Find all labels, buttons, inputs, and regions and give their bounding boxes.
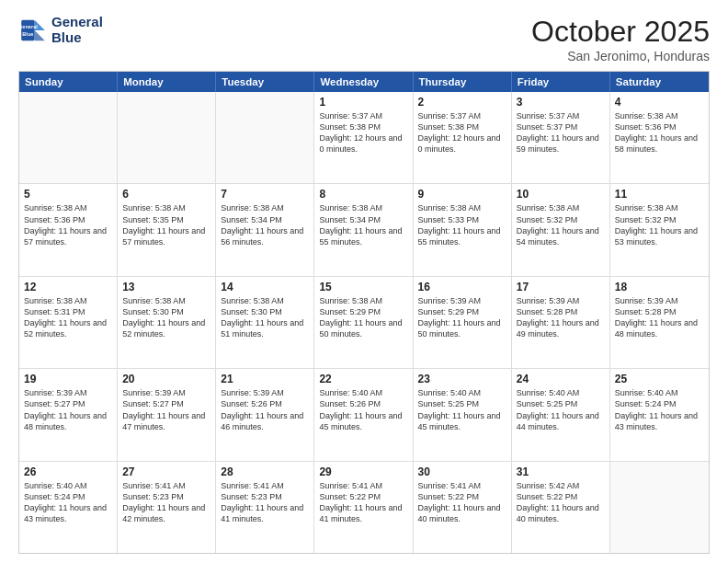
day-number: 22: [319, 373, 407, 385]
day-cell-23: 23Sunrise: 5:40 AM Sunset: 5:25 PM Dayli…: [414, 369, 512, 460]
day-number: 21: [221, 373, 309, 385]
day-number: 8: [319, 188, 407, 201]
cell-content: Sunrise: 5:37 AM Sunset: 5:38 PM Dayligh…: [418, 110, 506, 155]
day-cell-18: 18Sunrise: 5:39 AM Sunset: 5:28 PM Dayli…: [610, 277, 709, 368]
day-number: 13: [122, 281, 210, 293]
cell-content: Sunrise: 5:40 AM Sunset: 5:24 PM Dayligh…: [24, 480, 112, 525]
calendar-row-4: 26Sunrise: 5:40 AM Sunset: 5:24 PM Dayli…: [19, 461, 709, 553]
cell-content: Sunrise: 5:41 AM Sunset: 5:23 PM Dayligh…: [122, 480, 210, 525]
logo-icon: General Blue: [18, 16, 48, 45]
calendar-row-1: 5Sunrise: 5:38 AM Sunset: 5:36 PM Daylig…: [19, 183, 709, 275]
day-cell-7: 7Sunrise: 5:38 AM Sunset: 5:34 PM Daylig…: [216, 184, 314, 275]
empty-cell-0-1: [118, 92, 216, 183]
header-day-saturday: Saturday: [610, 72, 709, 92]
svg-marker-1: [35, 30, 45, 40]
header: General Blue General Blue October 2025 S…: [18, 15, 710, 63]
header-day-tuesday: Tuesday: [216, 72, 314, 92]
cell-content: Sunrise: 5:38 AM Sunset: 5:34 PM Dayligh…: [319, 202, 407, 247]
svg-rect-2: [21, 19, 34, 40]
calendar-header: SundayMondayTuesdayWednesdayThursdayFrid…: [19, 72, 709, 92]
cell-content: Sunrise: 5:41 AM Sunset: 5:22 PM Dayligh…: [319, 480, 407, 525]
day-cell-6: 6Sunrise: 5:38 AM Sunset: 5:35 PM Daylig…: [118, 184, 216, 275]
day-number: 10: [517, 188, 605, 201]
cell-content: Sunrise: 5:37 AM Sunset: 5:37 PM Dayligh…: [517, 110, 605, 155]
day-number: 23: [418, 373, 506, 385]
day-cell-10: 10Sunrise: 5:38 AM Sunset: 5:32 PM Dayli…: [512, 184, 610, 275]
day-cell-19: 19Sunrise: 5:39 AM Sunset: 5:27 PM Dayli…: [19, 369, 118, 460]
day-cell-21: 21Sunrise: 5:39 AM Sunset: 5:26 PM Dayli…: [216, 369, 314, 460]
day-cell-27: 27Sunrise: 5:41 AM Sunset: 5:23 PM Dayli…: [118, 462, 216, 553]
svg-text:Blue: Blue: [22, 31, 33, 37]
cell-content: Sunrise: 5:39 AM Sunset: 5:29 PM Dayligh…: [418, 295, 506, 340]
logo-line2: Blue: [51, 30, 103, 46]
day-cell-28: 28Sunrise: 5:41 AM Sunset: 5:23 PM Dayli…: [216, 462, 314, 553]
month-title: October 2025: [531, 15, 710, 49]
calendar-row-2: 12Sunrise: 5:38 AM Sunset: 5:31 PM Dayli…: [19, 276, 709, 368]
cell-content: Sunrise: 5:38 AM Sunset: 5:29 PM Dayligh…: [319, 295, 407, 340]
day-cell-26: 26Sunrise: 5:40 AM Sunset: 5:24 PM Dayli…: [19, 462, 118, 553]
cell-content: Sunrise: 5:41 AM Sunset: 5:22 PM Dayligh…: [418, 480, 506, 525]
day-cell-29: 29Sunrise: 5:41 AM Sunset: 5:22 PM Dayli…: [314, 462, 413, 553]
day-cell-14: 14Sunrise: 5:38 AM Sunset: 5:30 PM Dayli…: [216, 277, 314, 368]
day-number: 3: [517, 96, 605, 109]
day-number: 9: [418, 188, 506, 201]
cell-content: Sunrise: 5:38 AM Sunset: 5:36 PM Dayligh…: [615, 110, 704, 155]
cell-content: Sunrise: 5:38 AM Sunset: 5:30 PM Dayligh…: [122, 295, 210, 340]
cell-content: Sunrise: 5:38 AM Sunset: 5:35 PM Dayligh…: [122, 202, 210, 247]
day-number: 27: [122, 465, 210, 478]
day-number: 4: [615, 96, 704, 109]
day-number: 28: [221, 465, 309, 478]
day-number: 11: [615, 188, 704, 201]
calendar-row-0: 1Sunrise: 5:37 AM Sunset: 5:38 PM Daylig…: [19, 92, 709, 183]
day-cell-25: 25Sunrise: 5:40 AM Sunset: 5:24 PM Dayli…: [610, 369, 709, 460]
header-day-wednesday: Wednesday: [314, 72, 413, 92]
day-number: 29: [319, 465, 407, 478]
cell-content: Sunrise: 5:39 AM Sunset: 5:26 PM Dayligh…: [221, 387, 309, 432]
day-number: 1: [319, 96, 407, 109]
day-cell-30: 30Sunrise: 5:41 AM Sunset: 5:22 PM Dayli…: [414, 462, 512, 553]
day-cell-1: 1Sunrise: 5:37 AM Sunset: 5:38 PM Daylig…: [314, 92, 413, 183]
cell-content: Sunrise: 5:39 AM Sunset: 5:28 PM Dayligh…: [517, 295, 605, 340]
cell-content: Sunrise: 5:37 AM Sunset: 5:38 PM Dayligh…: [319, 110, 407, 155]
day-cell-2: 2Sunrise: 5:37 AM Sunset: 5:38 PM Daylig…: [414, 92, 512, 183]
cell-content: Sunrise: 5:38 AM Sunset: 5:32 PM Dayligh…: [615, 202, 704, 247]
day-cell-13: 13Sunrise: 5:38 AM Sunset: 5:30 PM Dayli…: [118, 277, 216, 368]
day-number: 2: [418, 96, 506, 109]
empty-cell-0-0: [19, 92, 118, 183]
header-day-monday: Monday: [118, 72, 216, 92]
empty-cell-4-6: [610, 462, 709, 553]
day-cell-31: 31Sunrise: 5:42 AM Sunset: 5:22 PM Dayli…: [512, 462, 610, 553]
title-block: October 2025 San Jeronimo, Honduras: [531, 15, 710, 63]
day-cell-3: 3Sunrise: 5:37 AM Sunset: 5:37 PM Daylig…: [512, 92, 610, 183]
calendar-row-3: 19Sunrise: 5:39 AM Sunset: 5:27 PM Dayli…: [19, 368, 709, 460]
header-day-thursday: Thursday: [414, 72, 512, 92]
day-cell-15: 15Sunrise: 5:38 AM Sunset: 5:29 PM Dayli…: [314, 277, 413, 368]
cell-content: Sunrise: 5:40 AM Sunset: 5:26 PM Dayligh…: [319, 387, 407, 432]
day-number: 24: [517, 373, 605, 385]
day-number: 17: [517, 281, 605, 293]
day-cell-9: 9Sunrise: 5:38 AM Sunset: 5:33 PM Daylig…: [414, 184, 512, 275]
day-cell-11: 11Sunrise: 5:38 AM Sunset: 5:32 PM Dayli…: [610, 184, 709, 275]
day-number: 31: [517, 465, 605, 478]
day-number: 26: [24, 465, 112, 478]
day-number: 30: [418, 465, 506, 478]
header-day-friday: Friday: [512, 72, 610, 92]
empty-cell-0-2: [216, 92, 314, 183]
cell-content: Sunrise: 5:38 AM Sunset: 5:34 PM Dayligh…: [221, 202, 309, 247]
cell-content: Sunrise: 5:40 AM Sunset: 5:24 PM Dayligh…: [615, 387, 704, 432]
day-cell-24: 24Sunrise: 5:40 AM Sunset: 5:25 PM Dayli…: [512, 369, 610, 460]
cell-content: Sunrise: 5:42 AM Sunset: 5:22 PM Dayligh…: [517, 480, 605, 525]
day-cell-4: 4Sunrise: 5:38 AM Sunset: 5:36 PM Daylig…: [610, 92, 709, 183]
day-cell-5: 5Sunrise: 5:38 AM Sunset: 5:36 PM Daylig…: [19, 184, 118, 275]
day-cell-20: 20Sunrise: 5:39 AM Sunset: 5:27 PM Dayli…: [118, 369, 216, 460]
logo-text: General Blue: [51, 15, 103, 45]
cell-content: Sunrise: 5:40 AM Sunset: 5:25 PM Dayligh…: [418, 387, 506, 432]
day-number: 14: [221, 281, 309, 293]
page: General Blue General Blue October 2025 S…: [0, 0, 728, 563]
day-number: 6: [122, 188, 210, 201]
cell-content: Sunrise: 5:39 AM Sunset: 5:27 PM Dayligh…: [24, 387, 112, 432]
cell-content: Sunrise: 5:39 AM Sunset: 5:28 PM Dayligh…: [615, 295, 704, 340]
day-cell-8: 8Sunrise: 5:38 AM Sunset: 5:34 PM Daylig…: [314, 184, 413, 275]
day-number: 12: [24, 281, 112, 293]
logo-line1: General: [51, 15, 103, 30]
